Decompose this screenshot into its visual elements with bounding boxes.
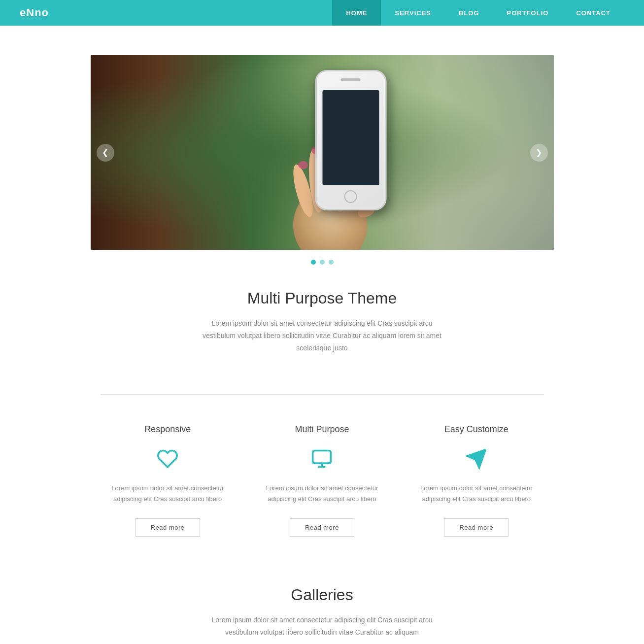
nav-link-blog[interactable]: BLOG [445, 0, 493, 26]
phone-home-button [344, 190, 357, 203]
features-section: Responsive Lorem ipsum dolor sit amet co… [101, 414, 544, 566]
nav-link-contact[interactable]: CONTACT [562, 0, 624, 26]
heart-icon [101, 446, 235, 471]
theme-section: Multi Purpose Theme Lorem ipsum dolor si… [101, 250, 544, 374]
phone-screen [322, 90, 379, 185]
brand-name-bold: Nno [26, 6, 49, 19]
feature-responsive: Responsive Lorem ipsum dolor sit amet co… [101, 424, 235, 537]
nav-item-services[interactable]: SERVICES [381, 0, 445, 26]
brand-logo: eNno [20, 6, 49, 19]
theme-title: Multi Purpose Theme [101, 289, 544, 307]
nav-link-portfolio[interactable]: PORTFOLIO [493, 0, 563, 26]
feature-easy-customize-title: Easy Customize [409, 424, 543, 435]
galleries-section: Galleries Lorem ipsum dolor sit amet con… [101, 566, 544, 644]
navbar: eNno HOME SERVICES BLOG PORTFOLIO CONTAC… [0, 0, 644, 26]
main-content: Multi Purpose Theme Lorem ipsum dolor si… [91, 250, 554, 644]
slider-prev-button[interactable]: ❮ [97, 144, 114, 162]
section-divider [101, 394, 544, 395]
nav-item-home[interactable]: HOME [332, 0, 381, 26]
feature-easy-customize: Easy Customize Lorem ipsum dolor sit ame… [409, 424, 543, 537]
feature-responsive-title: Responsive [101, 424, 235, 435]
heart-svg [157, 448, 178, 470]
monitor-svg [311, 448, 333, 470]
feature-multi-purpose-title: Multi Purpose [255, 424, 389, 435]
phone-body [315, 70, 386, 210]
slider-dots [311, 260, 334, 265]
feature-multi-purpose: Multi Purpose Lorem ipsum dolor sit amet… [255, 424, 389, 537]
feature-easy-customize-desc: Lorem ipsum dolor sit amet consectetur a… [409, 483, 543, 505]
phone-graphic [315, 70, 386, 210]
monitor-icon [255, 446, 389, 471]
slider-image [91, 55, 554, 250]
chevron-right-icon: ❯ [536, 148, 542, 157]
read-more-easy-customize-button[interactable]: Read more [444, 518, 508, 537]
slider-dot-1[interactable] [311, 260, 316, 265]
feature-responsive-desc: Lorem ipsum dolor sit amet consectetur a… [101, 483, 235, 505]
nav-link-home[interactable]: HOME [332, 0, 381, 26]
nav-item-contact[interactable]: CONTACT [562, 0, 624, 26]
nav-item-blog[interactable]: BLOG [445, 0, 493, 26]
hero-slider: ❮ ❯ [91, 55, 554, 250]
galleries-title: Galleries [101, 586, 544, 604]
nav-links: HOME SERVICES BLOG PORTFOLIO CONTACT [332, 0, 624, 26]
svg-point-6 [298, 161, 308, 169]
theme-description: Lorem ipsum dolor sit amet consectetur a… [199, 317, 445, 355]
arrow-svg [466, 448, 487, 470]
brand-name-start: e [20, 6, 26, 19]
chevron-left-icon: ❮ [102, 148, 108, 157]
svg-rect-10 [313, 450, 331, 463]
phone-speaker [341, 78, 361, 81]
nav-link-services[interactable]: SERVICES [381, 0, 445, 26]
slider-next-button[interactable]: ❯ [530, 144, 548, 162]
slider-dot-2[interactable] [320, 260, 325, 265]
galleries-description: Lorem ipsum dolor sit amet consectetur a… [199, 614, 445, 639]
arrow-icon [409, 446, 543, 471]
feature-multi-purpose-desc: Lorem ipsum dolor sit amet consectetur a… [255, 483, 389, 505]
slider-dot-3[interactable] [329, 260, 334, 265]
read-more-multi-purpose-button[interactable]: Read more [290, 518, 354, 537]
nav-item-portfolio[interactable]: PORTFOLIO [493, 0, 563, 26]
read-more-responsive-button[interactable]: Read more [136, 518, 200, 537]
